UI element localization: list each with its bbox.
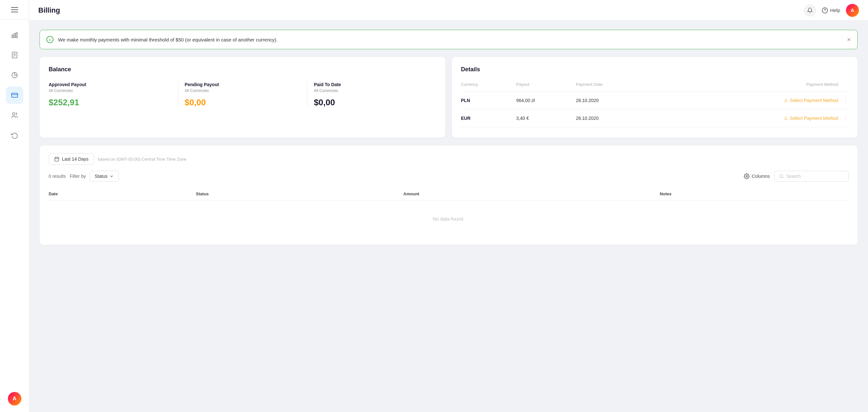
payment-date-cell: 26.10.2020 xyxy=(576,109,662,127)
sidebar: A xyxy=(0,0,29,412)
no-data-message: No data found. xyxy=(49,201,848,237)
details-card-title: Details xyxy=(461,66,848,73)
cards-row: Balance Approved Payout All Currencies $… xyxy=(39,57,858,138)
bell-button[interactable] xyxy=(804,4,816,16)
pending-payout-sub: All Currencies xyxy=(185,89,300,93)
filters-row: 0 results Filter by Status Column xyxy=(49,171,848,182)
pie-chart-icon xyxy=(11,72,18,79)
sidebar-nav xyxy=(6,20,23,392)
dots-menu-cell: ⋮ xyxy=(838,109,848,127)
sidebar-item-chart[interactable] xyxy=(6,26,23,44)
select-payment-button[interactable]: ⚠ Select Payment Method xyxy=(784,116,838,121)
data-table: Date Status Amount Notes No data found. xyxy=(49,187,848,237)
col-payment-method: Payment Method xyxy=(662,82,838,92)
svg-rect-12 xyxy=(55,158,59,161)
svg-point-17 xyxy=(780,175,783,177)
document-icon xyxy=(11,52,18,59)
approved-payout-label: Approved Payout xyxy=(49,82,171,87)
svg-rect-2 xyxy=(16,33,17,38)
chevron-down-icon xyxy=(109,174,114,178)
table-col-notes: Notes xyxy=(660,187,848,201)
search-icon xyxy=(779,174,784,179)
date-filter-button[interactable]: Last 14 Days xyxy=(49,153,94,165)
topbar-user-avatar[interactable]: A xyxy=(846,4,859,17)
status-dropdown[interactable]: Status xyxy=(90,171,119,182)
avatar-image: A xyxy=(8,392,22,406)
warning-icon: ⚠ xyxy=(784,98,788,103)
sidebar-user-avatar[interactable]: A xyxy=(8,392,22,406)
table-row: PLN 964,00 zł 26.10.2020 ⚠ Select Paymen… xyxy=(461,92,848,109)
table-col-date: Date xyxy=(49,187,196,201)
history-icon xyxy=(11,132,18,139)
calendar-icon xyxy=(54,157,59,162)
balance-card-title: Balance xyxy=(49,66,436,73)
svg-point-9 xyxy=(12,113,14,115)
sidebar-item-users[interactable] xyxy=(6,107,23,124)
search-input[interactable] xyxy=(786,174,844,179)
columns-label: Columns xyxy=(752,174,770,179)
balance-grid: Approved Payout All Currencies $252,91 P… xyxy=(49,82,436,107)
svg-point-16 xyxy=(746,176,748,177)
details-card: Details Currency Payout Payment Date Pay… xyxy=(452,57,858,138)
filter-right: Columns xyxy=(744,171,848,182)
sidebar-item-history[interactable] xyxy=(6,127,23,144)
sidebar-item-billing[interactable] xyxy=(6,87,23,104)
help-circle-icon xyxy=(822,7,828,13)
topbar: Billing Help A xyxy=(29,0,868,21)
user-initials: A xyxy=(851,7,855,13)
row-menu-button[interactable]: ⋮ xyxy=(838,115,848,122)
main-area: Billing Help A i We make month xyxy=(29,0,868,412)
billing-icon xyxy=(11,92,18,99)
col-payment-date: Payment Date xyxy=(576,82,662,92)
info-banner: i We make monthly payments with minimal … xyxy=(39,30,858,49)
gear-icon xyxy=(744,173,750,179)
table-col-status: Status xyxy=(196,187,404,201)
table-row: EUR 3,40 € 26.10.2020 ⚠ Select Payment M… xyxy=(461,109,848,127)
results-count: 0 results xyxy=(49,174,66,179)
row-menu-button[interactable]: ⋮ xyxy=(838,97,848,104)
pending-payout-item: Pending Payout All Currencies $0,00 xyxy=(178,82,307,107)
users-icon xyxy=(11,112,18,119)
select-payment-label: Select Payment Method xyxy=(790,98,838,103)
paid-to-date-label: Paid To Date xyxy=(314,82,430,87)
payout-cell: 3,40 € xyxy=(517,109,576,127)
page-title: Billing xyxy=(38,6,60,14)
svg-rect-0 xyxy=(12,35,13,38)
help-button[interactable]: Help xyxy=(822,7,840,13)
status-label: Status xyxy=(95,174,108,179)
columns-button[interactable]: Columns xyxy=(744,173,770,179)
paid-to-date-value: $0,00 xyxy=(314,98,430,107)
currency-cell: EUR xyxy=(461,109,517,127)
sidebar-item-pie[interactable] xyxy=(6,66,23,84)
search-box[interactable] xyxy=(774,171,848,182)
approved-payout-sub: All Currencies xyxy=(49,89,171,93)
chart-bar-icon xyxy=(11,31,18,39)
payment-date-cell: 26.10.2020 xyxy=(576,92,662,109)
info-close-button[interactable]: × xyxy=(847,36,851,43)
info-icon: i xyxy=(46,36,54,43)
table-col-amount: Amount xyxy=(404,187,660,201)
svg-line-18 xyxy=(782,177,783,178)
hamburger-menu[interactable] xyxy=(0,0,29,20)
help-label: Help xyxy=(830,7,840,13)
dots-menu-cell: ⋮ xyxy=(838,92,848,109)
warning-icon: ⚠ xyxy=(784,116,788,121)
select-payment-button[interactable]: ⚠ Select Payment Method xyxy=(784,98,838,103)
currency-cell: PLN xyxy=(461,92,517,109)
approved-payout-item: Approved Payout All Currencies $252,91 xyxy=(49,82,178,107)
info-banner-left: i We make monthly payments with minimal … xyxy=(46,36,278,43)
details-table: Currency Payout Payment Date Payment Met… xyxy=(461,82,848,127)
filter-by-label: Filter by xyxy=(70,174,86,179)
content-area: i We make monthly payments with minimal … xyxy=(29,21,868,412)
approved-payout-value: $252,91 xyxy=(49,98,171,107)
select-payment-label: Select Payment Method xyxy=(790,116,838,121)
payment-method-cell: ⚠ Select Payment Method xyxy=(662,109,838,127)
timezone-note: based on (GMT-05:00) Central Time Time Z… xyxy=(98,157,187,162)
no-data-row: No data found. xyxy=(49,201,848,237)
pending-payout-value: $0,00 xyxy=(185,98,300,107)
sidebar-item-document[interactable] xyxy=(6,46,23,64)
svg-rect-7 xyxy=(11,93,17,98)
info-banner-text: We make monthly payments with minimal th… xyxy=(58,37,278,42)
balance-card: Balance Approved Payout All Currencies $… xyxy=(39,57,445,138)
topbar-right: Help A xyxy=(804,4,859,17)
